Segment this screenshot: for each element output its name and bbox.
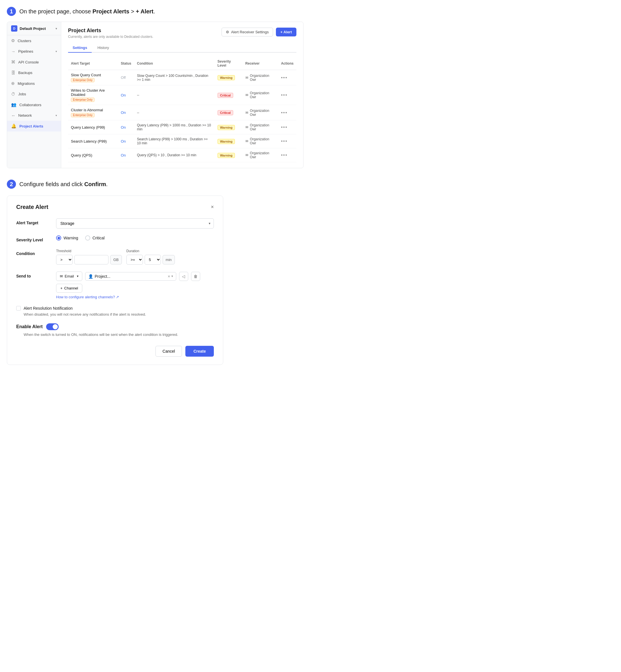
status-badge[interactable]: Off xyxy=(118,70,134,85)
enterprise-badge: Enterprise Only xyxy=(71,78,94,82)
mail-icon: ✉ xyxy=(245,139,248,143)
severity-cell: Warning xyxy=(215,121,243,134)
alert-receiver-settings-button[interactable]: ⚙ Alert Receiver Settings xyxy=(221,28,273,36)
col-status: Status xyxy=(118,57,134,70)
row-actions-menu-button[interactable]: ••• xyxy=(281,152,288,158)
alert-target-select[interactable]: Storage xyxy=(56,218,214,229)
severity-row: Severity Level Warning Critical xyxy=(16,235,214,242)
sidebar-item-migrations[interactable]: ⊕ Migrations xyxy=(7,78,61,89)
threshold-value-input[interactable] xyxy=(74,255,109,264)
table-row: Query (QPS)OnQuery (QPS) > 10 , Duration… xyxy=(68,148,296,162)
sidebar-item-backups[interactable]: 🗄 Backups xyxy=(7,68,61,78)
configure-alerting-link[interactable]: How to configure alerting channels? ↗ xyxy=(56,295,119,299)
severity-warning-option[interactable]: Warning xyxy=(56,235,78,240)
network-chevron-icon: ▾ xyxy=(55,114,57,117)
sidebar-item-project-alerts[interactable]: 🔔 Project Alerts xyxy=(7,121,61,132)
status-badge[interactable]: On xyxy=(118,148,134,162)
alert-target-name: Cluster is Abnormal xyxy=(71,108,115,112)
row-actions-menu-button[interactable]: ••• xyxy=(281,139,288,143)
receiver-value: ✉Organization Owr xyxy=(245,151,275,159)
actions-cell: ••• xyxy=(278,105,296,121)
step2-text: Configure fields and click Confirm. xyxy=(19,181,108,188)
severity-badge: Critical xyxy=(217,110,233,115)
backups-icon: 🗄 xyxy=(11,70,15,75)
dialog-footer: Cancel Create xyxy=(16,346,214,357)
severity-cell: Warning xyxy=(215,148,243,162)
email-icon: ✉ xyxy=(60,274,63,278)
cancel-button[interactable]: Cancel xyxy=(156,346,182,357)
recipient-tag-wrapper: 👤 Project... × ▾ xyxy=(85,272,176,281)
email-type-select[interactable]: ✉ Email ▾ xyxy=(56,272,82,281)
row-actions-menu-button[interactable]: ••• xyxy=(281,110,288,115)
sidebar-item-jobs[interactable]: ⏱ Jobs xyxy=(7,89,61,99)
receiver-cell: ✉Organization Owr xyxy=(243,148,278,162)
sidebar-item-clusters[interactable]: ⚙ Clusters xyxy=(7,35,61,46)
duration-value-select[interactable]: 5 10 15 30 xyxy=(144,255,161,265)
row-actions-menu-button[interactable]: ••• xyxy=(281,125,288,130)
main-card: D Default Project ▾ ⚙ Clusters → Pipelin… xyxy=(7,21,303,168)
delete-receiver-button[interactable]: 🗑 xyxy=(191,272,200,281)
send-to-row: Send to ✉ Email ▾ 👤 Project... × ▾ xyxy=(16,272,214,299)
project-name: Default Project xyxy=(19,27,46,31)
project-chevron-icon: ▾ xyxy=(55,27,57,30)
send-icon: ◁ xyxy=(182,274,185,279)
add-alert-button[interactable]: + Alert xyxy=(276,28,296,36)
alert-target-name: Query (QPS) xyxy=(71,153,115,158)
enable-alert-row: Enable Alert xyxy=(16,323,214,330)
api-console-icon: ⌘ xyxy=(11,59,15,64)
status-badge[interactable]: On xyxy=(118,85,134,105)
project-alerts-icon: 🔔 xyxy=(11,124,16,129)
sidebar-item-label: Migrations xyxy=(18,81,35,86)
condition-cell: -- xyxy=(134,105,215,121)
duration-unit-label: min xyxy=(163,255,175,264)
resolution-checkbox[interactable] xyxy=(16,306,21,311)
recipient-chevron-icon: ▾ xyxy=(171,274,173,278)
alert-target-cell: Query Latency (P99) xyxy=(68,121,118,134)
create-button[interactable]: Create xyxy=(185,346,214,357)
status-badge[interactable]: On xyxy=(118,134,134,148)
dialog-close-button[interactable]: × xyxy=(211,204,214,210)
mail-icon: ✉ xyxy=(245,125,248,129)
warning-radio-circle xyxy=(56,235,61,240)
alert-target-cell: Search Latency (P99) xyxy=(68,134,118,148)
mail-icon: ✉ xyxy=(245,111,248,115)
row-actions-menu-button[interactable]: ••• xyxy=(281,75,288,80)
receiver-value: ✉Organization Owr xyxy=(245,74,275,82)
condition-cell: Search Latency (P99) > 1000 ms , Duratio… xyxy=(134,134,215,148)
send-test-button[interactable]: ◁ xyxy=(179,272,188,281)
receiver-cell: ✉Organization Owr xyxy=(243,121,278,134)
recipient-tag-remove-button[interactable]: × xyxy=(168,274,170,279)
critical-radio-circle xyxy=(85,235,90,240)
configure-link-text: How to configure alerting channels? ↗ xyxy=(56,295,119,299)
project-selector[interactable]: D Default Project ▾ xyxy=(7,22,61,35)
tab-settings[interactable]: Settings xyxy=(68,43,92,53)
step1-header: 1 On the project page, choose Project Al… xyxy=(7,7,303,16)
add-channel-button[interactable]: + Channel xyxy=(56,284,82,293)
receiver-value: ✉Organization Owr xyxy=(245,91,275,99)
row-actions-menu-button[interactable]: ••• xyxy=(281,92,288,97)
severity-critical-option[interactable]: Critical xyxy=(85,235,105,240)
table-row: Search Latency (P99)OnSearch Latency (P9… xyxy=(68,134,296,148)
enable-alert-label: Enable Alert xyxy=(16,324,43,329)
sidebar-item-api-console[interactable]: ⌘ API Console xyxy=(7,57,61,68)
enable-alert-toggle[interactable] xyxy=(46,323,59,330)
status-badge[interactable]: On xyxy=(118,121,134,134)
receiver-value: ✉Organization Owr xyxy=(245,109,275,117)
actions-cell: ••• xyxy=(278,70,296,85)
col-severity: Severity Level xyxy=(215,57,243,70)
status-badge[interactable]: On xyxy=(118,105,134,121)
sidebar-item-network[interactable]: ↔ Network ▾ xyxy=(7,110,61,121)
add-channel-label: Channel xyxy=(64,286,78,290)
threshold-input-row: > >= < <= GB xyxy=(56,255,122,265)
sidebar-item-pipelines[interactable]: → Pipelines ▾ xyxy=(7,46,61,57)
severity-cell: Warning xyxy=(215,134,243,148)
send-to-label: Send to xyxy=(16,272,50,278)
tab-history[interactable]: History xyxy=(93,43,113,53)
receiver-cell: ✉Organization Owr xyxy=(243,85,278,105)
severity-cell: Critical xyxy=(215,105,243,121)
duration-operator-select[interactable]: >= > xyxy=(126,255,143,265)
step2-number: 2 xyxy=(10,181,13,188)
sidebar-item-collaborators[interactable]: 👥 Collaborators xyxy=(7,99,61,110)
threshold-operator-select[interactable]: > >= < <= xyxy=(56,255,73,265)
receiver-cell: ✉Organization Owr xyxy=(243,134,278,148)
